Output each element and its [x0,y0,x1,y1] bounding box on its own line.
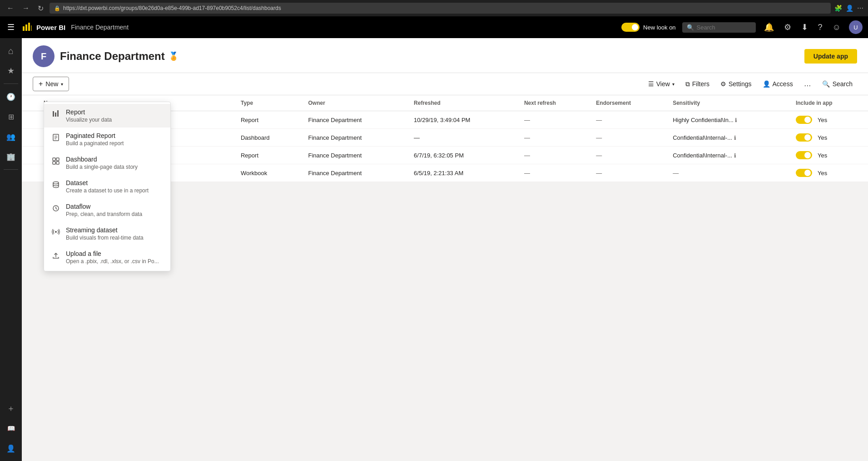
user-avatar[interactable]: U [849,20,863,34]
row-endorsement-cell: — [589,147,665,164]
sidebar-item-home[interactable]: ⌂ [2,42,20,60]
access-button[interactable]: 👤 Access [758,78,798,90]
settings-icon[interactable]: ⚙ [782,20,793,34]
col-header-owner: Owner [301,95,407,111]
sidebar-item-profile[interactable]: 👤 [2,439,20,457]
sidebar-item-learn[interactable]: 📖 [2,419,20,437]
dropdown-item-dataflow[interactable]: DataflowPrep, clean, and transform data [44,198,170,222]
dashboard-icon [51,157,60,166]
dataflow-desc: Prep, clean, and transform data [66,211,142,217]
filters-button[interactable]: ⧉ Filters [681,78,714,91]
sidebar-item-workspaces[interactable]: 🏢 [2,147,20,166]
sidebar-item-shared[interactable]: 👥 [2,128,20,146]
dropdown-item-streaming-dataset[interactable]: Streaming datasetBuild visuals from real… [44,222,170,245]
include-toggle[interactable] [796,151,812,159]
view-button[interactable]: ☰ View ▾ [644,78,679,90]
new-look-switch[interactable] [621,23,640,32]
nav-back-button[interactable]: ← [5,3,16,13]
row-next-refresh-cell: — [517,164,589,182]
help-icon[interactable]: ? [816,21,824,34]
dataset-title: Dataset [66,179,149,186]
update-app-button[interactable]: Update app [804,49,857,64]
new-chevron-icon: ▾ [61,82,63,87]
sidebar-item-create[interactable]: ＋ [2,399,20,417]
search-input[interactable] [697,24,751,31]
extensions-icon[interactable]: 🧩 [834,5,842,12]
feedback-icon[interactable]: ☺ [831,21,843,34]
row-endorsement-cell: — [589,164,665,182]
row-next-refresh-cell: — [517,111,589,129]
em-dash: — [596,134,602,141]
em-dash: — [596,170,602,177]
workspace-avatar: F [33,45,55,67]
sidebar-item-apps[interactable]: ⊞ [2,108,20,126]
col-header-next-refresh: Next refresh [517,95,589,111]
row-type-cell: Workbook [233,164,301,182]
yes-text: Yes [818,152,827,159]
row-include-cell: Yes [789,129,868,147]
info-icon[interactable]: ℹ [735,117,737,123]
avatar-letter: F [41,51,46,62]
row-next-refresh-cell: — [517,147,589,164]
row-include-cell: Yes [789,164,868,182]
paginated-report-title: Paginated Report [66,132,124,139]
browser-bar: ← → ↻ 🔒 https://dxt.powerbi.com/groups/8… [0,0,868,16]
new-look-label: New look on [643,24,676,31]
nav-refresh-button[interactable]: ↻ [35,3,46,14]
profile-icon[interactable]: 👤 [846,5,853,12]
content-area: F Finance Department 🏅 Update app + New … [22,38,868,461]
row-owner-cell: Finance Department [301,111,407,129]
pbi-search-box[interactable]: 🔍 [682,22,756,33]
access-icon: 👤 [763,80,770,88]
workspace-title-text: Finance Department [60,50,165,63]
svg-rect-2 [28,23,30,31]
svg-rect-1 [25,25,27,31]
sensitivity-text: Confidential\Internal-... [673,134,732,141]
dropdown-item-dashboard[interactable]: DashboardBuild a single-page data story [44,151,170,175]
yes-text: Yes [818,117,827,123]
toolbar-search-icon: 🔍 [822,80,830,88]
upload-file-title: Upload a file [66,250,159,257]
row-sensitivity-cell: Confidential\Internal-... ℹ [665,129,789,147]
dropdown-item-paginated-report[interactable]: Paginated ReportBuild a paginated report [44,128,170,151]
new-look-toggle[interactable]: New look on [621,23,676,32]
em-dash: — [596,117,602,123]
dropdown-item-dataset[interactable]: DatasetCreate a dataset to use in a repo… [44,175,170,198]
streaming-dataset-title: Streaming dataset [66,226,144,234]
info-icon[interactable]: ℹ [734,135,736,141]
more-button[interactable]: … [799,77,816,91]
search-icon: 🔍 [687,24,694,31]
svg-rect-5 [55,113,56,117]
more-options-icon[interactable]: ⋯ [857,5,863,12]
pbi-logo[interactable]: Power BI [22,22,65,33]
include-toggle[interactable] [796,116,812,124]
dropdown-item-report[interactable]: ReportVisualize your data [44,104,170,128]
workspace-title-row: F Finance Department 🏅 Update app [33,45,857,67]
dropdown-item-upload-file[interactable]: Upload a fileOpen a .pbix, .rdl, .xlsx, … [44,245,170,269]
row-owner-cell: Finance Department [301,129,407,147]
download-icon[interactable]: ⬇ [799,20,810,34]
row-refreshed-cell: 6/5/19, 2:21:33 AM [407,164,517,182]
hamburger-menu[interactable]: ☰ [5,20,16,34]
report-icon [51,109,60,118]
include-toggle[interactable] [796,169,812,177]
sidebar-item-favorites[interactable]: ★ [2,62,20,80]
toolbar-search-text[interactable]: Search [833,80,853,88]
toolbar-search[interactable]: 🔍 Search [818,78,857,90]
new-button[interactable]: + New ▾ [33,77,69,91]
dataflow-icon [51,204,60,213]
col-header-refreshed: Refreshed [407,95,517,111]
dataset-desc: Create a dataset to use in a report [66,187,149,194]
view-chevron-icon: ▾ [672,82,675,87]
sensitivity-text: Highly Confidential\In... [673,117,734,123]
nav-forward-button[interactable]: → [20,3,32,13]
dataflow-title: Dataflow [66,203,142,210]
info-icon[interactable]: ℹ [734,152,736,159]
sidebar-item-recent[interactable]: 🕐 [2,88,20,106]
pbi-topbar-right: New look on 🔍 🔔 ⚙ ⬇ ? ☺ U [621,20,863,34]
settings-button[interactable]: ⚙ Settings [716,78,756,90]
include-toggle[interactable] [796,133,812,142]
url-bar[interactable]: 🔒 https://dxt.powerbi.com/groups/80e26d0… [50,3,831,14]
notification-icon[interactable]: 🔔 [762,20,776,34]
svg-rect-3 [31,25,32,31]
